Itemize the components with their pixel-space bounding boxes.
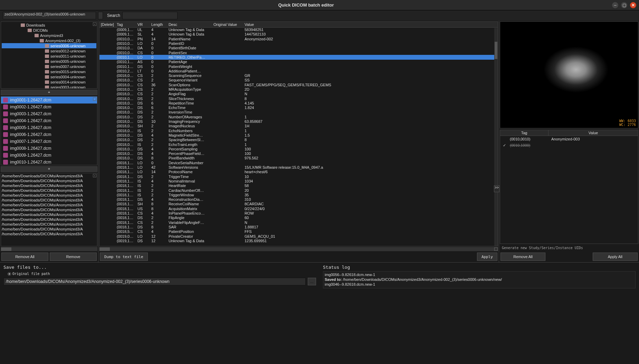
image-preview[interactable]: WW: 6033 WC: 2776 bbox=[500, 21, 638, 128]
tree-node[interactable]: series0006-unknown bbox=[2, 43, 96, 48]
tag-row[interactable]: (0018,1…IS2CardiacNumberOfI…20 bbox=[99, 188, 498, 193]
tag-row[interactable]: (0010,0…DA0PatientBirthDate bbox=[99, 46, 498, 50]
tag-row[interactable]: (0018,0…DS4PercentSampling100 bbox=[99, 147, 498, 151]
tag-row[interactable]: (0018,0…CS2MRAcquisitionType2D bbox=[99, 87, 498, 91]
tag-row[interactable]: (0018,0…DS4PercentPhaseField…100 bbox=[99, 151, 498, 156]
file-item[interactable]: img0007-1.26427.dcm bbox=[1, 138, 97, 145]
path-row[interactable]: /home/ben/Downloads/DICOMs/Anonymized3/A bbox=[2, 174, 96, 179]
tree-node[interactable]: series0012-unknown bbox=[2, 48, 96, 53]
edit-table[interactable]: >> Tag Value (0010,0010)Anonymized-003✓(… bbox=[500, 130, 638, 244]
collapse-icon[interactable]: ▫ bbox=[93, 174, 96, 177]
remove-all-button[interactable]: Remove All bbox=[1, 253, 48, 261]
original-path-radio[interactable]: Original file path bbox=[8, 272, 316, 276]
tag-row[interactable]: (0018,0…DS6EchoTime1.824 bbox=[99, 106, 498, 110]
tag-row[interactable]: (0010,2…LT0AdditionalPatient… bbox=[99, 69, 498, 73]
h-scrollbar[interactable] bbox=[99, 247, 498, 251]
tag-row[interactable]: (0010,1…LO0RETIRED_OtherPa… bbox=[99, 55, 498, 59]
column-header[interactable]: Length bbox=[150, 22, 167, 28]
collapse-icon[interactable]: ▫ bbox=[93, 22, 96, 26]
path-row[interactable]: /home/ben/Downloads/DICOMs/Anonymized3/A bbox=[2, 193, 96, 198]
v-scrollbar[interactable] bbox=[494, 28, 498, 246]
collapse-icon[interactable] bbox=[494, 247, 498, 251]
collapse-icon[interactable]: ▫ bbox=[93, 97, 96, 101]
edit-row[interactable]: ✓(0010,1000) bbox=[500, 142, 638, 148]
search-input[interactable] bbox=[122, 12, 178, 19]
tag-row[interactable]: (0018,0…IS2EchoNumbers1 bbox=[99, 128, 498, 133]
apply-button[interactable]: Apply bbox=[477, 253, 497, 261]
column-header[interactable]: Value bbox=[243, 22, 498, 28]
tag-row[interactable]: (0018,1…US8AcquisitionMatrix0/224/224/0 bbox=[99, 206, 498, 211]
tag-row[interactable]: (0018,0…DS2NumberOfAverages1 bbox=[99, 115, 498, 119]
file-item[interactable]: img0006-1.26427.dcm bbox=[1, 131, 97, 138]
path-row[interactable]: /home/ben/Downloads/DICOMs/Anonymized3/A bbox=[2, 184, 96, 188]
file-item[interactable]: img0004-1.26427.dcm bbox=[1, 117, 97, 124]
file-item[interactable]: img0010-1.26427.dcm bbox=[1, 159, 97, 165]
maximize-button[interactable]: ▢ bbox=[621, 2, 627, 8]
tag-row[interactable]: (0009,1…SL4Unknown Tag & Data1447582133 bbox=[99, 32, 498, 37]
dump-button[interactable]: Dump to text file bbox=[100, 253, 148, 261]
tag-row[interactable]: (0018,5…CS4PatientPositionFFS bbox=[99, 229, 498, 234]
tag-row[interactable]: (0018,0…DS2SliceThickness8 bbox=[99, 96, 498, 101]
tag-row[interactable]: (0018,1…DS2TriggerTime10 bbox=[99, 174, 498, 179]
tree-node[interactable]: series0014-unknown bbox=[2, 79, 96, 85]
edit-row[interactable]: (0010,0010)Anonymized-003 bbox=[500, 136, 638, 142]
tag-row[interactable]: (0018,0…SH2ImagedNucleus1H bbox=[99, 124, 498, 128]
tree-node[interactable]: series0004-unknown bbox=[2, 74, 96, 79]
tag-row[interactable]: (0018,1…LO0DeviceSerialNumber bbox=[99, 160, 498, 165]
tag-row[interactable]: (0018,0…DS2InversionTime bbox=[99, 110, 498, 115]
tag-row[interactable]: (0019,1…DS12Unknown Tag & Data1235.69995… bbox=[99, 238, 498, 243]
tag-row[interactable]: (0018,1…SH8ReceiveCoilName8CARDIAC bbox=[99, 202, 498, 206]
path-row[interactable]: /home/ben/Downloads/DICOMs/Anonymized3/A bbox=[2, 232, 96, 237]
tag-row[interactable]: (0018,1…LO42SoftwareVersions15/LX/MR Sof… bbox=[99, 165, 498, 169]
tag-row[interactable]: (0018,0…DS8PixelBandwidth976.562 bbox=[99, 156, 498, 160]
apply-all-button[interactable]: Apply All bbox=[593, 253, 638, 261]
close-button[interactable]: ✕ bbox=[630, 2, 636, 8]
path-row[interactable]: /home/ben/Downloads/DICOMs/Anonymized3/A bbox=[2, 227, 96, 232]
path-combo[interactable]: zed3/Anonymized-002_(3)/series0006-unkno… bbox=[3, 12, 96, 19]
tag-row[interactable]: (0010,0…PN14PatientNameAnonymized-002 bbox=[99, 37, 498, 41]
tag-row[interactable]: (0018,0…DS6RepetitionTime4.145 bbox=[99, 101, 498, 105]
tag-row[interactable]: (0018,1…IS2TriggerWindow35 bbox=[99, 193, 498, 197]
tag-row[interactable]: (0018,0…DS10ImagingFrequency63.858687 bbox=[99, 119, 498, 124]
tag-row[interactable]: (0018,0…DS4MagneticFieldStre…1.5 bbox=[99, 133, 498, 137]
tag-row[interactable]: (0018,0…CS36ScanOptionsFAST_GEMS/PPG/SEQ… bbox=[99, 82, 498, 87]
tag-row[interactable]: (0018,1…LO14ProtocolNameheart+chest/6 bbox=[99, 170, 498, 174]
tree-node[interactable]: series0003-unknown bbox=[2, 85, 96, 89]
path-dropdown-icon[interactable] bbox=[98, 12, 103, 19]
file-item[interactable]: img0003-1.26427.dcm bbox=[1, 110, 97, 117]
file-item[interactable]: img0001-1.26427.dcm bbox=[1, 97, 97, 104]
remove-button[interactable]: Remove bbox=[50, 253, 97, 261]
path-row[interactable]: /home/ben/Downloads/DICOMs/Anonymized3/A bbox=[2, 198, 96, 203]
path-row[interactable]: /home/ben/Downloads/DICOMs/Anonymized3/A bbox=[2, 213, 96, 217]
tree-node[interactable]: Anonymized-002_(3) bbox=[2, 38, 96, 43]
tag-row[interactable]: (0018,1…IS4NominalInterval1034 bbox=[99, 179, 498, 183]
tag-row[interactable]: (0018,1…DS8SAR1.88817 bbox=[99, 225, 498, 229]
column-header[interactable]: Desc bbox=[167, 22, 212, 28]
remove-all-edits-button[interactable]: Remove All bbox=[500, 253, 545, 261]
tree-node[interactable]: series0015-unknown bbox=[2, 69, 96, 74]
path-row[interactable]: /home/ben/Downloads/DICOMs/Anonymized3/A bbox=[2, 203, 96, 208]
save-path-input[interactable] bbox=[3, 278, 306, 285]
tag-row[interactable]: (0018,1…CS4InPlanePhaseEnco…ROW bbox=[99, 211, 498, 215]
file-list[interactable]: ▫ img0001-1.26427.dcmimg0002-1.26427.dcm… bbox=[1, 96, 97, 165]
h-scrollbar[interactable] bbox=[1, 247, 97, 251]
expander-button[interactable]: >> bbox=[494, 185, 499, 192]
tag-row[interactable]: (0018,1…CS2VariableFlipAngleF…N bbox=[99, 220, 498, 225]
tag-row[interactable]: (0018,0…CS2ScanningSequenceGR bbox=[99, 73, 498, 78]
folder-tree[interactable]: ▫ DownloadsDICOMsAnonymized3Anonymized-0… bbox=[1, 21, 97, 89]
tag-row[interactable]: (0018,0…DS2SpacingBetweenSl…8 bbox=[99, 138, 498, 142]
status-log[interactable]: img0056--9.82618.dcm.new-1Saved to: /hom… bbox=[323, 271, 636, 288]
add-file-button[interactable]: + bbox=[1, 166, 97, 172]
path-list[interactable]: ▫ /home/ben/Downloads/DICOMs/Anonymized3… bbox=[1, 173, 97, 246]
add-folder-button[interactable]: + bbox=[1, 90, 97, 95]
tag-row[interactable]: (0010,1…AS0PatientAge bbox=[99, 60, 498, 64]
tree-node[interactable]: series0005-unknown bbox=[2, 59, 96, 64]
tag-row[interactable]: (0018,0…CS2AngioFlagN bbox=[99, 92, 498, 96]
minimize-button[interactable]: – bbox=[612, 2, 618, 8]
column-header[interactable]: VR bbox=[136, 22, 150, 28]
file-item[interactable]: img0002-1.26427.dcm bbox=[1, 104, 97, 110]
file-item[interactable]: img0005-1.26427.dcm bbox=[1, 124, 97, 131]
tree-node[interactable]: DICOMs bbox=[2, 28, 96, 33]
tree-node[interactable]: series0007-unknown bbox=[2, 64, 96, 69]
browse-button[interactable]: … bbox=[308, 278, 316, 285]
